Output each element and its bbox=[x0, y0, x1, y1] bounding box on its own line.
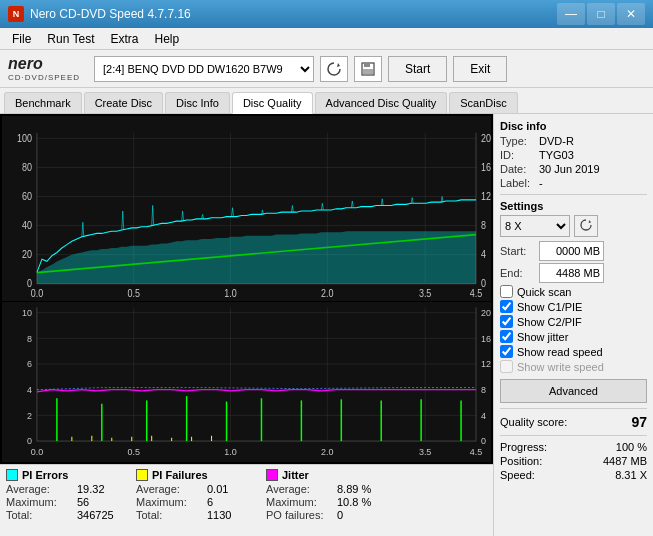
svg-rect-1 bbox=[364, 63, 370, 67]
svg-text:80: 80 bbox=[22, 161, 32, 173]
pi-failures-data: Average: 0.01 Maximum: 6 Total: 1130 bbox=[136, 483, 256, 521]
menu-file[interactable]: File bbox=[4, 30, 39, 48]
speed-value: 8.31 X bbox=[615, 469, 647, 481]
drive-select[interactable]: [2:4] BENQ DVD DD DW1620 B7W9 bbox=[94, 56, 314, 82]
title-bar: N Nero CD-DVD Speed 4.7.7.16 — □ ✕ bbox=[0, 0, 653, 28]
svg-text:100: 100 bbox=[17, 132, 32, 144]
maximize-button[interactable]: □ bbox=[587, 3, 615, 25]
settings-refresh-button[interactable] bbox=[574, 215, 598, 237]
svg-text:3.5: 3.5 bbox=[419, 446, 431, 456]
end-label: End: bbox=[500, 267, 535, 279]
save-button[interactable] bbox=[354, 56, 382, 82]
right-panel: Disc info Type: DVD-R ID: TYG03 Date: 30… bbox=[493, 114, 653, 536]
tab-advanced-disc-quality[interactable]: Advanced Disc Quality bbox=[315, 92, 448, 113]
show-c2-pif-checkbox[interactable] bbox=[500, 315, 513, 328]
jitter-max-label: Maximum: bbox=[266, 496, 336, 508]
menu-run-test[interactable]: Run Test bbox=[39, 30, 102, 48]
svg-text:20: 20 bbox=[22, 249, 32, 261]
show-read-speed-checkbox[interactable] bbox=[500, 345, 513, 358]
pi-errors-avg-value: 19.32 bbox=[77, 483, 126, 495]
refresh-button[interactable] bbox=[320, 56, 348, 82]
disc-label-label: Label: bbox=[500, 177, 535, 189]
bottom-chart: 0 2 4 6 8 10 0 4 8 12 16 20 0.0 0.5 1. bbox=[2, 302, 491, 462]
show-jitter-checkbox[interactable] bbox=[500, 330, 513, 343]
svg-text:6: 6 bbox=[27, 359, 32, 369]
pi-errors-total-label: Total: bbox=[6, 509, 76, 521]
disc-label-value: - bbox=[539, 177, 543, 189]
pi-errors-max-label: Maximum: bbox=[6, 496, 76, 508]
start-mb-row: Start: bbox=[500, 241, 647, 261]
toolbar: nero CD·DVD/SPEED [2:4] BENQ DVD DD DW16… bbox=[0, 50, 653, 88]
show-write-speed-row: Show write speed bbox=[500, 360, 647, 373]
disc-date-row: Date: 30 Jun 2019 bbox=[500, 163, 647, 175]
nero-logo-text: nero bbox=[8, 55, 43, 73]
svg-text:4.5: 4.5 bbox=[470, 446, 482, 456]
svg-text:2.0: 2.0 bbox=[321, 446, 333, 456]
tab-disc-info[interactable]: Disc Info bbox=[165, 92, 230, 113]
disc-date-label: Date: bbox=[500, 163, 535, 175]
show-c2-pif-label[interactable]: Show C2/PIF bbox=[517, 316, 582, 328]
title-buttons[interactable]: — □ ✕ bbox=[557, 3, 645, 25]
show-c1-pie-checkbox[interactable] bbox=[500, 300, 513, 313]
svg-text:4: 4 bbox=[481, 249, 487, 261]
pi-errors-label: PI Errors bbox=[22, 469, 68, 481]
left-main: 0 20 40 60 80 100 0 4 8 12 16 20 0.0 0.5 bbox=[0, 114, 493, 536]
jitter-data: Average: 8.89 % Maximum: 10.8 % PO failu… bbox=[266, 483, 386, 521]
show-read-speed-row: Show read speed bbox=[500, 345, 647, 358]
speed-select[interactable]: 8 X bbox=[500, 215, 570, 237]
quick-scan-label[interactable]: Quick scan bbox=[517, 286, 571, 298]
menu-extra[interactable]: Extra bbox=[102, 30, 146, 48]
pi-failures-label: PI Failures bbox=[152, 469, 208, 481]
position-value: 4487 MB bbox=[603, 455, 647, 467]
svg-text:4.5: 4.5 bbox=[470, 288, 482, 300]
main-content: 0 20 40 60 80 100 0 4 8 12 16 20 0.0 0.5 bbox=[0, 114, 653, 536]
tab-disc-quality[interactable]: Disc Quality bbox=[232, 92, 313, 114]
show-read-speed-label[interactable]: Show read speed bbox=[517, 346, 603, 358]
progress-label: Progress: bbox=[500, 441, 547, 453]
quick-scan-checkbox[interactable] bbox=[500, 285, 513, 298]
quality-score-row: Quality score: 97 bbox=[500, 414, 647, 430]
advanced-button[interactable]: Advanced bbox=[500, 379, 647, 403]
divider-1 bbox=[500, 194, 647, 195]
divider-3 bbox=[500, 435, 647, 436]
disc-info-title: Disc info bbox=[500, 120, 647, 132]
pi-errors-data: Average: 19.32 Maximum: 56 Total: 346725 bbox=[6, 483, 126, 521]
disc-label-row: Label: - bbox=[500, 177, 647, 189]
svg-text:12: 12 bbox=[481, 190, 491, 202]
pi-failures-avg-value: 0.01 bbox=[207, 483, 256, 495]
end-value-input[interactable] bbox=[539, 263, 604, 283]
nero-logo-subtitle: CD·DVD/SPEED bbox=[8, 73, 80, 82]
close-button[interactable]: ✕ bbox=[617, 3, 645, 25]
save-icon bbox=[360, 61, 376, 77]
svg-text:8: 8 bbox=[481, 219, 486, 231]
start-value-input[interactable] bbox=[539, 241, 604, 261]
pi-failures-header: PI Failures bbox=[136, 469, 256, 481]
exit-button[interactable]: Exit bbox=[453, 56, 507, 82]
start-button[interactable]: Start bbox=[388, 56, 447, 82]
show-c1-pie-label[interactable]: Show C1/PIE bbox=[517, 301, 582, 313]
position-label: Position: bbox=[500, 455, 542, 467]
show-write-speed-label: Show write speed bbox=[517, 361, 604, 373]
top-chart: 0 20 40 60 80 100 0 4 8 12 16 20 0.0 0.5 bbox=[2, 116, 491, 301]
disc-id-value: TYG03 bbox=[539, 149, 574, 161]
svg-text:1.0: 1.0 bbox=[224, 288, 236, 300]
svg-text:4: 4 bbox=[481, 410, 486, 420]
show-jitter-row: Show jitter bbox=[500, 330, 647, 343]
jitter-max-value: 10.8 % bbox=[337, 496, 386, 508]
disc-type-label: Type: bbox=[500, 135, 535, 147]
svg-text:8: 8 bbox=[27, 333, 32, 343]
tab-benchmark[interactable]: Benchmark bbox=[4, 92, 82, 113]
tab-create-disc[interactable]: Create Disc bbox=[84, 92, 163, 113]
bottom-chart-svg: 0 2 4 6 8 10 0 4 8 12 16 20 0.0 0.5 1. bbox=[2, 302, 491, 462]
minimize-button[interactable]: — bbox=[557, 3, 585, 25]
jitter-label: Jitter bbox=[282, 469, 309, 481]
show-jitter-label[interactable]: Show jitter bbox=[517, 331, 568, 343]
svg-text:4: 4 bbox=[27, 384, 32, 394]
speed-row-info: Speed: 8.31 X bbox=[500, 469, 647, 481]
disc-date-value: 30 Jun 2019 bbox=[539, 163, 600, 175]
show-write-speed-checkbox[interactable] bbox=[500, 360, 513, 373]
position-row: Position: 4487 MB bbox=[500, 455, 647, 467]
svg-text:0: 0 bbox=[481, 436, 486, 446]
tab-scan-disc[interactable]: ScanDisc bbox=[449, 92, 517, 113]
menu-help[interactable]: Help bbox=[147, 30, 188, 48]
